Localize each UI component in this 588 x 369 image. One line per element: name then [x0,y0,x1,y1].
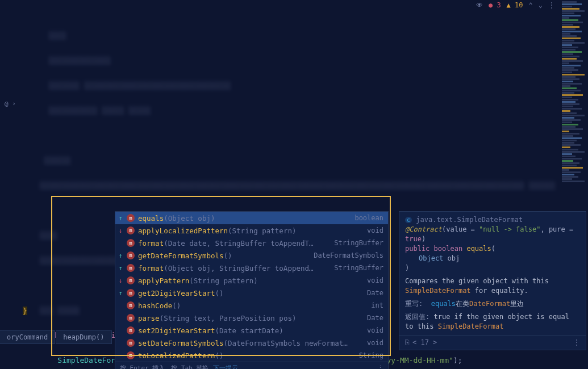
method-icon: m [127,214,135,222]
completion-signature: set2DigitYearStart(Date startDate) [138,326,364,335]
completion-return-type: void [367,276,383,284]
completion-return-type: int [371,301,383,309]
tab-heapdump[interactable]: heapDump() [56,330,111,344]
method-icon: m [127,289,135,297]
completion-return-type: DateFormatSymbols [314,251,383,259]
method-icon: m [127,314,135,322]
completion-item[interactable]: ·msetDateFormatSymbols(DateFormatSymbols… [115,337,388,349]
override-arrow-icon: ↓ [118,227,123,234]
method-icon: m [127,227,135,234]
doc-overrides: 重写: equals在类DateFormat里边 [405,299,580,309]
quick-doc-popup[interactable]: c java.text.SimpleDateFormat @Contract(v… [399,211,586,350]
completion-signature: applyPattern(String pattern) [138,276,364,285]
method-icon: m [127,276,135,284]
doc-contract: @Contract(value = "null -> false", pure … [405,225,580,244]
more-icon[interactable]: ⋮ [377,364,383,369]
override-arrow-icon: · [118,339,123,347]
completion-return-type: StringBuffer [334,264,383,272]
override-arrow-icon: ↑ [118,215,123,222]
completion-item[interactable]: ·mparse(String text, ParsePosition pos)D… [115,312,388,324]
completion-signature: setDateFormatSymbols(DateFormatSymbols n… [138,339,364,347]
completion-item[interactable]: ·mtoLocalizedPattern()String [115,349,388,362]
completion-signature: equals(Object obj) [138,214,351,223]
completion-item[interactable]: ·mformat(Date date, StringBuffer toAppen… [115,237,388,249]
completion-signature: get2DigitYearStart() [138,289,364,297]
matching-brace-indicator: } [23,307,27,315]
completion-return-type: void [367,326,383,334]
completion-signature: applyLocalizedPattern(String pattern) [138,227,364,235]
completion-item[interactable]: ↑mgetDateFormatSymbols()DateFormatSymbol… [115,249,388,262]
completion-signature: format(Object obj, StringBuffer toAppend… [138,264,331,272]
method-icon: m [127,351,135,359]
completion-return-type: Date [367,289,383,297]
override-arrow-icon: · [118,327,123,334]
completion-return-type: String [359,351,383,359]
completion-signature: parse(String text, ParsePosition pos) [138,314,364,322]
class-icon: c [405,217,412,223]
completion-item[interactable]: ↓mapplyPattern(String pattern)void [115,274,388,287]
method-icon: m [127,301,135,309]
completion-signature: hashCode() [138,301,368,310]
doc-description: Compares the given object with this Simp… [405,276,580,296]
doc-download-icon[interactable]: ⎘ [405,338,409,347]
method-icon: m [127,326,135,334]
completion-item[interactable]: ·mset2DigitYearStart(Date startDate)void [115,324,388,337]
override-arrow-icon: · [118,315,123,322]
override-arrow-icon: · [118,302,123,309]
completion-return-type: boolean [355,214,383,222]
completion-signature: toLocalizedPattern() [138,351,356,360]
doc-returns: 返回值: true if the given object is equal t… [405,312,580,332]
tab-prev[interactable]: oryCommand [0,330,55,344]
completion-hint-bar: 按 Enter 插入，按 Tab 替换 下一提示 ⋮ [115,362,388,369]
structure-tabs[interactable]: oryCommand heapDump() [0,330,112,344]
override-arrow-icon: · [118,352,123,359]
completion-signature: getDateFormatSymbols() [138,251,310,260]
completion-item[interactable]: ↑mformat(Object obj, StringBuffer toAppe… [115,262,388,274]
method-icon: m [127,264,135,272]
completion-item[interactable]: ·mhashCode()int [115,299,388,312]
method-icon: m [127,239,135,247]
doc-header: c java.text.SimpleDateFormat [405,215,580,225]
completion-return-type: void [367,339,383,347]
override-arrow-icon: ↑ [118,290,123,297]
completion-signature: format(Date date, StringBuffer toAppendT… [138,239,331,248]
doc-signature: public boolean equals( Object obj ) [405,244,580,273]
override-arrow-icon: · [118,240,123,247]
override-arrow-icon: ↑ [118,265,123,272]
more-icon[interactable]: ⋮ [573,338,580,347]
doc-nav-bar[interactable]: ⎘ < 17 > ⋮ [399,335,586,350]
completion-item[interactable]: ↑mequals(Object obj)boolean [115,212,388,224]
method-icon: m [127,339,135,347]
code-completion-popup[interactable]: ↑mequals(Object obj)boolean↓mapplyLocali… [115,211,389,369]
completion-item[interactable]: ↑mget2DigitYearStart()Date [115,287,388,299]
completion-return-type: void [367,227,383,234]
completion-return-type: StringBuffer [334,239,383,247]
override-arrow-icon: ↑ [118,252,123,259]
completion-return-type: Date [367,314,383,322]
completion-item[interactable]: ↓mapplyLocalizedPattern(String pattern)v… [115,224,388,237]
method-icon: m [127,251,135,259]
override-arrow-icon: ↓ [118,277,123,284]
